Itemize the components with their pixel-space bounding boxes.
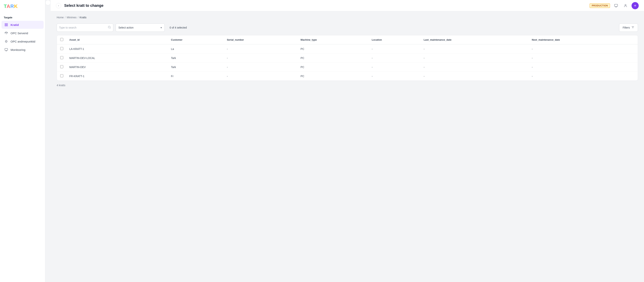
sidebar-item-label-opc-serverid: OPC Serverid (10, 32, 28, 35)
cell-machine-type: PC (298, 54, 369, 63)
sidebar-item-opc-serverid[interactable]: OPC Serverid (2, 29, 44, 37)
col-header-last-maintenance: Last_maintenance_date (420, 35, 529, 45)
sidebar-collapse-button[interactable] (45, 0, 50, 5)
cell-last-maintenance: - (420, 54, 529, 63)
breadcrumb-separator-1: / (65, 16, 66, 19)
add-button[interactable]: + (632, 2, 639, 9)
cell-serial-number: - (224, 54, 298, 63)
production-badge: PRODUCTION (590, 4, 610, 8)
cell-last-maintenance: - (420, 72, 529, 81)
main-content: ‹ Select kratt to change PRODUCTION + (50, 0, 644, 282)
cell-machine-type: PC (298, 63, 369, 72)
cell-last-maintenance: - (420, 63, 529, 72)
svg-point-17 (625, 4, 626, 6)
cell-machine-type: PC (298, 45, 369, 54)
col-header-next-maintenance: Next_maintenance_date (529, 35, 638, 45)
search-input-wrap[interactable] (57, 24, 113, 32)
col-header-machine-type: Machine_type (298, 35, 369, 45)
search-icon (108, 26, 111, 30)
logo: TARK (0, 0, 45, 13)
select-all-header[interactable] (57, 35, 66, 45)
table-body: LA-KRATT-1 La - PC - - - MARTIN-DEV-LOCA… (57, 45, 638, 81)
cell-customer: Fr (168, 72, 224, 81)
table-row[interactable]: LA-KRATT-1 La - PC - - - (57, 45, 638, 54)
grid-icon (4, 23, 8, 27)
sidebar-item-kratid[interactable]: Kratid (2, 21, 44, 29)
breadcrumb-current: Kratts (80, 16, 86, 19)
svg-line-19 (110, 28, 110, 28)
plug-icon (4, 39, 8, 44)
cell-asset-id: LA-KRATT-1 (66, 45, 168, 54)
topbar-right: PRODUCTION + (590, 2, 639, 9)
filters-button[interactable]: Filters (619, 24, 638, 32)
row-checkbox-1[interactable] (60, 56, 63, 59)
display-icon-button[interactable] (613, 2, 620, 9)
cell-last-maintenance: - (420, 45, 529, 54)
logo-a: A (6, 4, 10, 9)
svg-rect-1 (6, 24, 8, 24)
topbar: ‹ Select kratt to change PRODUCTION + (50, 0, 644, 11)
page-content: Home / Minimes / Kratts Select action ▾ … (50, 11, 644, 282)
row-checkbox-cell[interactable] (57, 54, 66, 63)
row-checkbox-3[interactable] (60, 74, 63, 77)
select-all-checkbox[interactable] (60, 38, 63, 41)
data-table-container: Asset_id Customer Serial_number Machine_… (57, 35, 638, 81)
breadcrumb-section[interactable]: Minimes (67, 16, 76, 19)
table-row[interactable]: FR-KRATT-1 Fr - PC - - - (57, 72, 638, 81)
sidebar-toggle-button[interactable]: ‹ (56, 3, 61, 8)
filter-icon (631, 26, 634, 30)
cell-location: - (369, 72, 420, 81)
svg-rect-11 (5, 48, 8, 51)
cell-asset-id: MARTIN-DEV (66, 63, 168, 72)
col-header-customer: Customer (168, 35, 224, 45)
col-header-asset-id: Asset_id (66, 35, 168, 45)
svg-rect-0 (5, 24, 6, 24)
cell-serial-number: - (224, 63, 298, 72)
table-row[interactable]: MARTIN-DEV Tark - PC - - - (57, 63, 638, 72)
row-checkbox-cell[interactable] (57, 72, 66, 81)
row-checkbox-2[interactable] (60, 65, 63, 68)
sidebar-item-label-kratid: Kratid (10, 23, 19, 27)
antenna-icon (4, 31, 8, 35)
sidebar-item-monitooring[interactable]: Monitooring (2, 46, 44, 54)
col-header-location: Location (369, 35, 420, 45)
action-select-label: Select action (118, 26, 134, 29)
svg-point-6 (5, 41, 7, 43)
svg-rect-14 (614, 4, 618, 7)
cell-machine-type: PC (298, 72, 369, 81)
sidebar-section-label: Targale (0, 13, 45, 21)
logo-r: R (10, 4, 14, 9)
sidebar-item-opc-andmepunktid[interactable]: OPC andmepunktid (2, 38, 44, 45)
cell-next-maintenance: - (529, 72, 638, 81)
table-row[interactable]: MARTIN-DEV-LOCAL Tark - PC - - - (57, 54, 638, 63)
cell-customer: Tark (168, 63, 224, 72)
col-header-serial-number: Serial_number (224, 35, 298, 45)
cell-serial-number: - (224, 45, 298, 54)
footer-count: 4 kratts (57, 84, 638, 87)
svg-rect-3 (6, 25, 8, 26)
action-select[interactable]: Select action ▾ (116, 24, 165, 32)
add-button-icon: + (634, 3, 636, 8)
cell-next-maintenance: - (529, 45, 638, 54)
row-checkbox-cell[interactable] (57, 45, 66, 54)
chevron-down-icon: ▾ (160, 26, 162, 29)
monitor-icon (4, 48, 8, 52)
data-table: Asset_id Customer Serial_number Machine_… (57, 35, 638, 81)
cell-customer: La (168, 45, 224, 54)
toolbar: Select action ▾ 0 of 4 selected Filters (57, 24, 638, 32)
breadcrumb: Home / Minimes / Kratts (57, 16, 638, 19)
cell-asset-id: MARTIN-DEV-LOCAL (66, 54, 168, 63)
table-header-row: Asset_id Customer Serial_number Machine_… (57, 35, 638, 45)
user-icon-button[interactable] (622, 2, 629, 9)
row-checkbox-0[interactable] (60, 47, 63, 50)
row-checkbox-cell[interactable] (57, 63, 66, 72)
breadcrumb-separator-2: / (78, 16, 78, 19)
cell-serial-number: - (224, 72, 298, 81)
page-title: Select kratt to change (64, 4, 104, 8)
cell-asset-id: FR-KRATT-1 (66, 72, 168, 81)
svg-rect-2 (5, 25, 6, 26)
search-input[interactable] (59, 26, 106, 29)
sidebar-item-label-opc-andmepunktid: OPC andmepunktid (10, 40, 35, 43)
cell-next-maintenance: - (529, 63, 638, 72)
breadcrumb-home[interactable]: Home (57, 16, 64, 19)
